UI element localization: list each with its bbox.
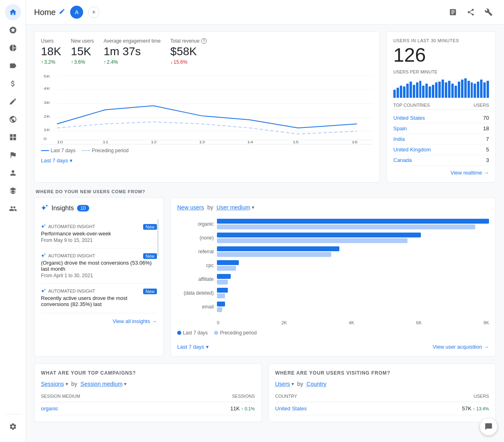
sidebar-icon-flag[interactable] [5,147,21,163]
sidebar-icon-audience[interactable] [5,165,21,181]
sidebar-icon-dashboard[interactable] [5,129,21,145]
hbar-fill-previous [217,307,222,312]
bar-mini-item [422,86,425,98]
hbar-fill-previous [217,238,407,243]
campaigns-row-1: organic 11K ↑ 0.1% [41,402,255,415]
bar-mini-item [474,84,476,98]
view-acquisition-arrow: → [484,344,489,350]
bar-mini-item [458,82,460,98]
country-count: 70 [483,115,489,121]
add-tab-button[interactable]: + [88,6,99,18]
hbar-fill-current [217,288,228,293]
content-area: Users 18K 3.2% New users 15K 3.6% [26,25,504,429]
realtime-card: USERS IN LAST 30 MINUTES 126 USERS PER M… [386,31,496,183]
avatar[interactable]: A [70,6,83,19]
svg-text:4K: 4K [44,86,50,90]
sidebar-icon-campaigns[interactable] [5,93,21,110]
metric-revenue-label: Total revenue ? [170,38,207,44]
insight-1-title: Performance week-over-week [41,231,157,237]
view-realtime-link[interactable]: View realtime → [393,170,489,176]
campaigns-row-1-sessions: 11K ↑ 0.1% [230,405,255,412]
sidebar-icon-users-manage[interactable] [5,201,21,217]
insight-2-subtitle: From April 1 to 30, 2021 [41,273,157,278]
sources-footer: Last 7 days ▾ View user acquisition → [177,340,489,350]
country-name[interactable]: Canada [393,157,412,163]
insight-3-category: AUTOMATED INSIGHT [41,289,157,293]
bar-mini-item [464,78,467,98]
campaigns-metric-arrow[interactable]: ▾ [124,381,127,387]
sources-selector-prefix[interactable]: New users [177,204,204,211]
date-filter-button[interactable]: Last 7 days ▾ [41,157,373,164]
sidebar-icon-configure[interactable] [5,183,21,199]
svg-text:5K: 5K [44,73,50,78]
campaigns-change-1: ↑ 0.1% [241,406,255,411]
engagement-change-pct: 2.4% [107,59,118,65]
hbar-row: cpc [177,260,489,271]
country-count: 7 [486,136,489,142]
hbar-label: referral [177,249,214,254]
sidebar-icon-globe[interactable] [5,111,21,127]
sources-card: New users by User medium ▾ organic (none… [170,197,496,357]
sidebar-icon-tags[interactable] [5,58,21,74]
view-all-insights-text: View all insights [113,318,150,324]
sources-legend-current-label: Last 7 days [183,330,208,336]
bar-mini-item [425,84,428,98]
geo-col-country: COUNTRY [275,394,297,399]
main-line-chart: 5K 4K 3K 2K 1K 0 [41,71,373,144]
country-row: Canada 3 [393,155,489,166]
insight-1-subtitle: From May 9 to 15, 2021 [41,237,157,243]
customize-icon-button[interactable] [481,5,496,19]
view-acquisition-link[interactable]: View user acquisition → [433,344,489,350]
hbar-label: (none) [177,235,214,241]
hbar-row: affiliate [177,274,489,285]
bar-mini-item [413,85,415,98]
geo-row-1: United States 57K ↑ 13.4% [275,402,489,415]
insight-item-1: AUTOMATED INSIGHT New Performance week-o… [41,219,157,248]
sources-selector-metric[interactable]: User medium [217,204,250,211]
country-name[interactable]: United States [393,115,425,121]
campaigns-card: WHAT ARE YOUR TOP CAMPAIGNS? Sessions ▾ … [34,363,262,422]
edit-icon[interactable] [59,8,65,16]
hbar-bars [217,246,489,257]
users-col-header: USERS [474,103,489,108]
sidebar-icon-revenue[interactable] [5,75,21,92]
campaigns-selector-arrow[interactable]: ▾ [66,381,68,387]
country-name[interactable]: India [393,136,405,142]
share-icon-button[interactable] [463,5,478,19]
legend-current-line [41,150,49,151]
sidebar-icon-settings[interactable] [5,418,21,435]
hbar-fill-previous [217,252,331,257]
sources-by-text: by [207,204,213,211]
realtime-count: 126 [393,45,489,66]
sources-legend-previous-dot [214,331,218,335]
geo-selector-arrow[interactable]: ▾ [292,381,294,387]
sources-date-filter[interactable]: Last 7 days ▾ [177,344,209,350]
x-axis-4k: 4K [349,320,354,325]
geo-selector-metric[interactable]: Country [307,381,326,387]
bar-mini-item [448,81,450,98]
bar-mini-item [397,88,399,98]
bar-mini-item [442,80,444,98]
arrow-right-icon: → [484,170,489,176]
middle-row: Insights 10 AUTOMATED INSIGHT New Perfor… [34,197,496,357]
campaigns-selector-prefix[interactable]: Sessions [41,381,64,387]
view-all-insights-link[interactable]: View all insights → [41,318,157,324]
campaigns-selector-metric[interactable]: Session medium [81,381,123,387]
sidebar-icon-reports[interactable] [5,22,21,38]
report-icon-button[interactable] [446,5,460,19]
sources-dropdown-arrow[interactable]: ▾ [252,205,254,210]
sidebar-icon-home[interactable] [5,4,21,20]
country-name[interactable]: Spain [393,125,407,132]
insight-1-new-badge: New [143,224,157,230]
country-row: United Kingdom 5 [393,144,489,155]
geo-selector-prefix[interactable]: Users [275,381,290,387]
new-users-change-pct: 3.6% [74,59,85,65]
sources-legend-current: Last 7 days [177,330,208,336]
main-content: Home A + [26,0,504,442]
campaigns-table-header: SESSION MEDIUM SESSIONS [41,390,255,402]
chat-button[interactable] [480,418,498,436]
hbar-label: organic [177,221,214,227]
sidebar-icon-explore[interactable] [5,40,21,56]
country-name[interactable]: United Kingdom [393,147,431,153]
geo-table-header: COUNTRY USERS [275,390,489,402]
